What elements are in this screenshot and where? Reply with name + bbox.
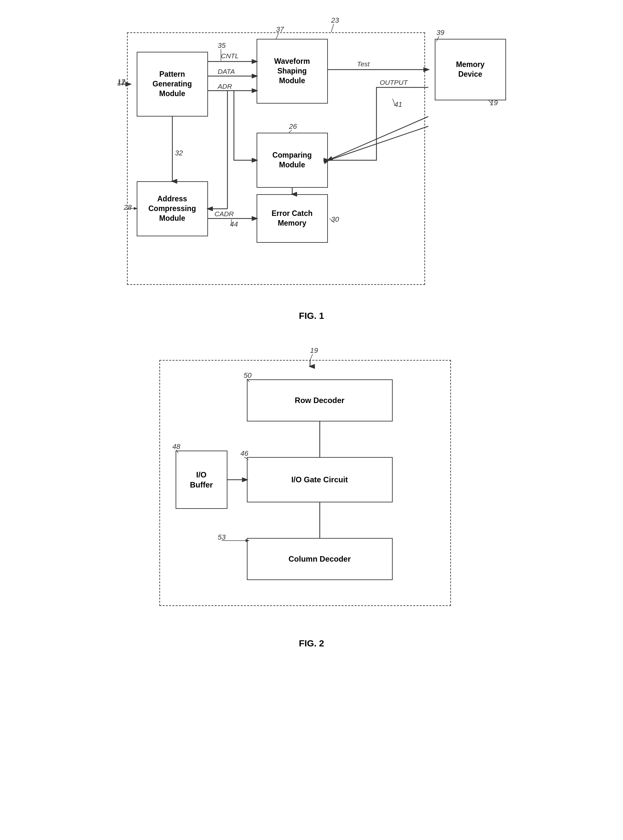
- memory-device-label: Memory Device: [456, 60, 484, 79]
- fig2-container: Row Decoder I/O Gate Circuit I/O Buffer …: [85, 341, 539, 649]
- error-catch-label: Error Catch Memory: [272, 209, 313, 228]
- address-compress-box: Address Compressing Module: [137, 181, 208, 236]
- io-gate-label: I/O Gate Circuit: [291, 474, 348, 485]
- io-buffer-label: I/O Buffer: [190, 470, 213, 490]
- address-compress-label: Address Compressing Module: [148, 194, 196, 223]
- svg-text:19: 19: [310, 346, 318, 355]
- pattern-gen-label: Pattern Generating Module: [153, 70, 192, 99]
- error-catch-box: Error Catch Memory: [256, 194, 328, 243]
- column-decoder-box: Column Decoder: [247, 538, 393, 580]
- svg-line-13: [331, 24, 334, 32]
- fig2-diagram: Row Decoder I/O Gate Circuit I/O Buffer …: [150, 341, 474, 632]
- io-buffer-box: I/O Buffer: [176, 451, 227, 509]
- svg-text:23: 23: [331, 16, 339, 24]
- memory-device-box: Memory Device: [435, 39, 506, 100]
- waveform-label: Waveform Shaping Module: [274, 57, 310, 86]
- fig2-label: FIG. 2: [299, 638, 324, 649]
- comparing-label: Comparing Module: [272, 150, 312, 170]
- svg-text:39: 39: [436, 29, 444, 37]
- row-decoder-label: Row Decoder: [295, 395, 344, 405]
- fig1-label: FIG. 1: [299, 311, 324, 321]
- waveform-box: Waveform Shaping Module: [256, 39, 328, 104]
- fig1-diagram: 17 Memory Device Pattern Generating Modu…: [117, 13, 506, 304]
- fig1-container: 17 Memory Device Pattern Generating Modu…: [85, 13, 539, 321]
- pattern-gen-box: Pattern Generating Module: [137, 52, 208, 116]
- io-gate-box: I/O Gate Circuit: [247, 457, 393, 502]
- svg-line-42: [310, 354, 313, 360]
- row-decoder-box: Row Decoder: [247, 379, 393, 421]
- page-container: 17 Memory Device Pattern Generating Modu…: [85, 13, 539, 649]
- column-decoder-label: Column Decoder: [288, 554, 351, 564]
- label-17: 17: [117, 78, 125, 86]
- comparing-box: Comparing Module: [256, 133, 328, 188]
